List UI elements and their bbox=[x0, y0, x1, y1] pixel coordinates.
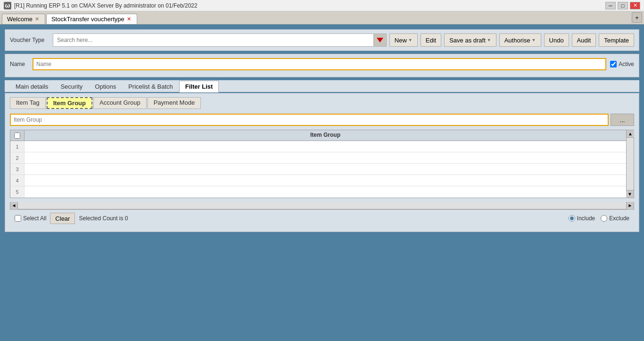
tab-stocktransfer[interactable]: StockTransfer vouchertype ✕ bbox=[46, 14, 137, 24]
grid-vertical-scrollbar[interactable]: ▲ ▼ bbox=[626, 130, 634, 198]
close-button[interactable]: ✕ bbox=[630, 2, 640, 9]
new-button[interactable]: New ▼ bbox=[389, 33, 418, 47]
row-number: 4 bbox=[10, 175, 25, 186]
row-cell bbox=[25, 141, 634, 152]
include-label: Include bbox=[577, 215, 595, 222]
select-all-container: Select All bbox=[15, 215, 46, 222]
clear-button[interactable]: Clear bbox=[50, 213, 75, 224]
item-group-section: ... Item Group ▲ ▼ bbox=[5, 109, 639, 232]
item-group-input[interactable] bbox=[10, 114, 609, 126]
filter-panel: Item Tag Item Group Account Group Paymen… bbox=[5, 93, 639, 232]
main-content: Voucher Type New ▼ Edit Save as draft ▼ … bbox=[0, 25, 644, 341]
title-bar: ω [R1] Running ERP 5.1 on CMAX Server By… bbox=[0, 0, 644, 11]
table-row: 4 bbox=[10, 175, 634, 186]
tab-filter-list[interactable]: Filter List bbox=[179, 81, 219, 92]
app-icon: ω bbox=[4, 2, 11, 9]
subtab-account-group[interactable]: Account Group bbox=[93, 97, 147, 109]
selected-count-text: Selected Count is 0 bbox=[79, 215, 128, 222]
grid-header: Item Group bbox=[10, 130, 634, 141]
row-number: 2 bbox=[10, 152, 25, 163]
template-button[interactable]: Template bbox=[599, 33, 634, 47]
voucher-type-label: Voucher Type bbox=[10, 37, 50, 43]
scroll-up-button[interactable]: ▲ bbox=[627, 130, 634, 138]
row-number: 1 bbox=[10, 141, 25, 152]
authorise-button[interactable]: Authorise ▼ bbox=[499, 33, 541, 47]
active-label: Active bbox=[619, 61, 634, 67]
table-row: 5 bbox=[10, 186, 634, 198]
new-dropdown-icon: ▼ bbox=[408, 38, 413, 42]
nav-tabs: Main details Security Options Pricelist … bbox=[5, 80, 639, 93]
active-container: Active bbox=[610, 61, 634, 67]
row-cell bbox=[25, 186, 634, 198]
search-input[interactable] bbox=[53, 33, 374, 47]
save-dropdown-icon: ▼ bbox=[487, 38, 491, 42]
item-group-search-row: ... bbox=[10, 114, 634, 126]
grid-header-item-group: Item Group bbox=[25, 130, 626, 141]
active-checkbox[interactable] bbox=[610, 61, 617, 67]
tab-welcome-label: Welcome bbox=[7, 16, 33, 23]
tab-stocktransfer-label: StockTransfer vouchertype bbox=[51, 16, 124, 23]
tab-security[interactable]: Security bbox=[54, 81, 89, 92]
subtab-item-group[interactable]: Item Group bbox=[47, 97, 92, 109]
edit-button[interactable]: Edit bbox=[421, 33, 441, 47]
bottom-left: Select All Clear Selected Count is 0 bbox=[15, 213, 128, 224]
title-bar-left: ω [R1] Running ERP 5.1 on CMAX Server By… bbox=[4, 2, 198, 9]
exclude-radio-group: Exclude bbox=[601, 215, 629, 222]
select-all-label: Select All bbox=[23, 215, 46, 222]
row-cell bbox=[25, 175, 634, 186]
row-cell bbox=[25, 164, 634, 175]
exclude-radio[interactable] bbox=[601, 215, 607, 222]
tab-stocktransfer-close-icon[interactable]: ✕ bbox=[126, 16, 132, 22]
include-radio-group: Include bbox=[569, 215, 595, 222]
bottom-bar: Select All Clear Selected Count is 0 Inc… bbox=[10, 209, 634, 227]
row-cell bbox=[25, 152, 634, 163]
tab-options[interactable]: Options bbox=[89, 81, 122, 92]
subtab-item-tag[interactable]: Item Tag bbox=[10, 97, 46, 109]
authorise-dropdown-icon: ▼ bbox=[532, 38, 536, 42]
scroll-right-button[interactable]: ► bbox=[626, 202, 634, 209]
tab-add-button[interactable]: + bbox=[632, 12, 642, 23]
save-as-draft-button[interactable]: Save as draft ▼ bbox=[444, 33, 496, 47]
tab-pricelist-batch[interactable]: Pricelist & Batch bbox=[122, 81, 179, 92]
tab-main-details[interactable]: Main details bbox=[9, 81, 54, 92]
scroll-left-button[interactable]: ◄ bbox=[10, 202, 18, 209]
browse-button[interactable]: ... bbox=[611, 114, 634, 126]
window-controls: ─ □ ✕ bbox=[605, 2, 640, 9]
horizontal-scrollbar[interactable]: ◄ ► bbox=[10, 202, 634, 209]
tab-welcome-close-icon[interactable]: ✕ bbox=[34, 17, 40, 22]
window-title: [R1] Running ERP 5.1 on CMAX Server By a… bbox=[14, 2, 198, 9]
minimize-button[interactable]: ─ bbox=[605, 2, 616, 9]
table-row: 3 bbox=[10, 164, 634, 175]
audit-button[interactable]: Audit bbox=[572, 33, 596, 47]
name-row: Name Active bbox=[10, 58, 634, 70]
undo-button[interactable]: Undo bbox=[544, 33, 569, 47]
name-label: Name bbox=[10, 61, 29, 67]
grid-header-checkbox[interactable] bbox=[10, 130, 25, 141]
table-row: 2 bbox=[10, 152, 634, 164]
search-dropdown-button[interactable] bbox=[374, 33, 387, 47]
tab-welcome[interactable]: Welcome ✕ bbox=[2, 14, 45, 24]
bottom-right: Include Exclude bbox=[569, 215, 629, 222]
toolbar: Voucher Type New ▼ Edit Save as draft ▼ … bbox=[5, 29, 639, 51]
exclude-label: Exclude bbox=[609, 215, 629, 222]
maximize-button[interactable]: □ bbox=[618, 2, 628, 9]
row-number: 5 bbox=[10, 186, 25, 198]
form-area: Name Active bbox=[5, 54, 639, 77]
row-number: 3 bbox=[10, 164, 25, 175]
search-container bbox=[53, 33, 387, 47]
header-checkbox[interactable] bbox=[14, 133, 20, 139]
select-all-checkbox[interactable] bbox=[15, 215, 21, 222]
dropdown-arrow-icon bbox=[377, 38, 383, 42]
sub-tabs: Item Tag Item Group Account Group Paymen… bbox=[5, 93, 639, 109]
data-grid: Item Group ▲ ▼ 1 2 3 bbox=[10, 130, 634, 198]
include-radio[interactable] bbox=[569, 215, 575, 222]
name-input[interactable] bbox=[33, 58, 606, 70]
table-row: 1 bbox=[10, 141, 634, 152]
scroll-down-button[interactable]: ▼ bbox=[626, 190, 634, 198]
subtab-payment-mode[interactable]: Payment Mode bbox=[148, 97, 201, 109]
tab-bar: Welcome ✕ StockTransfer vouchertype ✕ + bbox=[0, 11, 644, 25]
